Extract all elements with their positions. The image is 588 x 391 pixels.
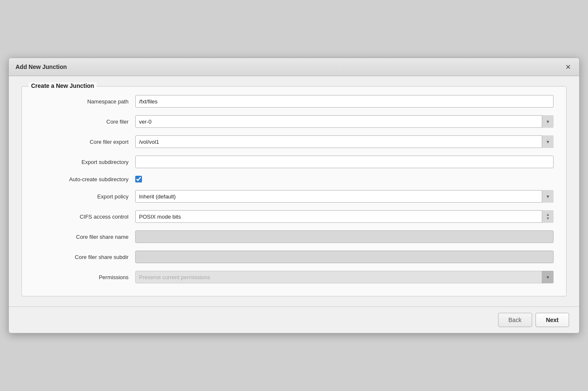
export-policy-select-wrapper: Inherit (default) ▼	[135, 190, 554, 203]
next-button[interactable]: Next	[536, 313, 569, 327]
core-filer-share-subdir-row: Core filer share subdir	[34, 251, 554, 263]
section-title: Create a New Junction	[29, 82, 97, 89]
export-subdirectory-label: Export subdirectory	[34, 159, 135, 165]
export-subdirectory-control	[135, 156, 554, 168]
cifs-access-control-control: POSIX mode bits ▲ ▼	[135, 210, 554, 223]
core-filer-share-name-control	[135, 230, 554, 243]
dialog-titlebar: Add New Junction ✕	[9, 58, 579, 76]
section-box: Create a New Junction Namespace path Cor…	[21, 86, 567, 296]
export-policy-select[interactable]: Inherit (default)	[135, 190, 554, 203]
core-filer-share-subdir-control	[135, 251, 554, 263]
core-filer-export-row: Core filer export /vol/vol1 ▼	[34, 135, 554, 148]
auto-create-subdirectory-row: Auto-create subdirectory	[34, 176, 554, 182]
core-filer-export-select[interactable]: /vol/vol1	[135, 135, 554, 148]
permissions-select[interactable]: Preserve current permissions	[135, 271, 554, 283]
dialog-body: Create a New Junction Namespace path Cor…	[9, 76, 579, 306]
core-filer-share-name-row: Core filer share name	[34, 230, 554, 243]
cifs-access-control-row: CIFS access control POSIX mode bits ▲ ▼	[34, 210, 554, 223]
permissions-control: Preserve current permissions ▼	[135, 271, 554, 283]
namespace-path-control	[135, 95, 554, 108]
permissions-select-wrapper: Preserve current permissions ▼	[135, 271, 554, 283]
export-subdirectory-input[interactable]	[135, 156, 554, 168]
back-button[interactable]: Back	[498, 313, 532, 327]
add-new-junction-dialog: Add New Junction ✕ Create a New Junction…	[8, 58, 580, 333]
export-policy-control: Inherit (default) ▼	[135, 190, 554, 203]
core-filer-export-label: Core filer export	[34, 139, 135, 145]
core-filer-label: Core filer	[34, 119, 135, 125]
cifs-access-control-label: CIFS access control	[34, 214, 135, 220]
core-filer-select-wrapper: ver-0 ▼	[135, 115, 554, 128]
auto-create-subdirectory-label: Auto-create subdirectory	[34, 176, 135, 182]
auto-create-subdirectory-control	[135, 176, 554, 182]
auto-create-subdirectory-checkbox[interactable]	[135, 176, 142, 182]
core-filer-export-control: /vol/vol1 ▼	[135, 135, 554, 148]
dialog-title: Add New Junction	[16, 63, 67, 70]
export-policy-label: Export policy	[34, 193, 135, 200]
core-filer-select[interactable]: ver-0	[135, 115, 554, 128]
core-filer-control: ver-0 ▼	[135, 115, 554, 128]
cifs-access-control-select-wrapper: POSIX mode bits ▲ ▼	[135, 210, 554, 223]
permissions-label: Permissions	[34, 274, 135, 280]
dialog-footer: Back Next	[9, 306, 579, 333]
close-button[interactable]: ✕	[563, 62, 572, 71]
core-filer-share-name-label: Core filer share name	[34, 234, 135, 240]
namespace-path-input[interactable]	[135, 95, 554, 108]
core-filer-share-subdir-label: Core filer share subdir	[34, 254, 135, 260]
permissions-row: Permissions Preserve current permissions…	[34, 271, 554, 283]
cifs-access-control-select[interactable]: POSIX mode bits	[135, 210, 554, 223]
core-filer-row: Core filer ver-0 ▼	[34, 115, 554, 128]
core-filer-share-name-input[interactable]	[135, 230, 554, 243]
export-policy-row: Export policy Inherit (default) ▼	[34, 190, 554, 203]
core-filer-share-subdir-input[interactable]	[135, 251, 554, 263]
namespace-path-row: Namespace path	[34, 95, 554, 108]
core-filer-export-select-wrapper: /vol/vol1 ▼	[135, 135, 554, 148]
namespace-path-label: Namespace path	[34, 98, 135, 105]
export-subdirectory-row: Export subdirectory	[34, 156, 554, 168]
